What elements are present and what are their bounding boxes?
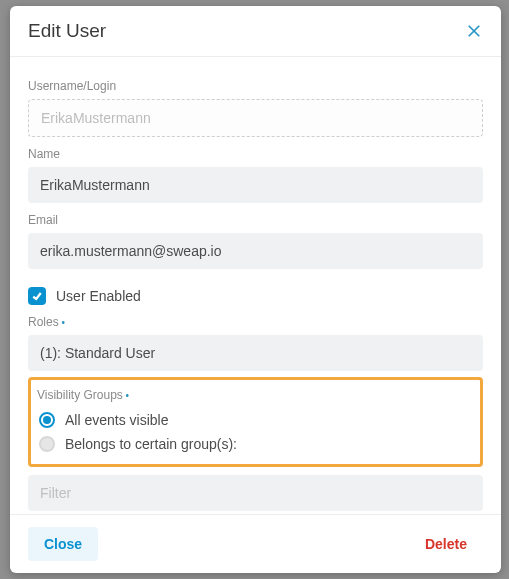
roles-input[interactable] [28,335,483,371]
modal-title: Edit User [28,20,106,42]
visibility-option-groups-label: Belongs to certain group(s): [65,436,237,452]
name-label: Name [28,147,483,161]
username-input [28,99,483,137]
filter-input[interactable] [28,475,483,511]
visibility-option-all[interactable]: All events visible [37,408,474,432]
edit-user-modal: Edit User Username/Login Name Email User… [10,6,501,573]
email-input[interactable] [28,233,483,269]
email-label: Email [28,213,483,227]
radio-icon[interactable] [39,412,55,428]
close-button[interactable]: Close [28,527,98,561]
username-label: Username/Login [28,79,483,93]
visibility-option-groups[interactable]: Belongs to certain group(s): [37,432,474,456]
user-enabled-label: User Enabled [56,288,141,304]
delete-button[interactable]: Delete [409,527,483,561]
roles-label: Roles [28,315,483,329]
user-enabled-checkbox[interactable] [28,287,46,305]
radio-icon[interactable] [39,436,55,452]
visibility-label: Visibility Groups [37,388,474,402]
name-input[interactable] [28,167,483,203]
modal-body: Username/Login Name Email User Enabled R… [10,57,501,514]
close-icon[interactable] [465,22,483,40]
user-enabled-row[interactable]: User Enabled [28,287,483,305]
visibility-groups-section: Visibility Groups All events visible Bel… [28,377,483,467]
visibility-option-all-label: All events visible [65,412,169,428]
modal-header: Edit User [10,6,501,57]
modal-footer: Close Delete [10,514,501,573]
